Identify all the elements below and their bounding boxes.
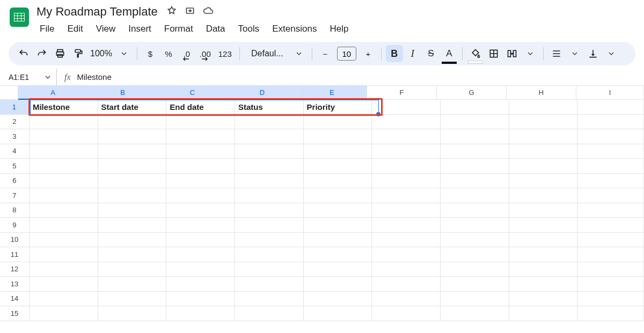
cell-A4[interactable] [30,144,98,159]
cell-D12[interactable] [235,262,304,277]
menu-insert[interactable]: Insert [123,21,157,36]
col-header-C[interactable]: C [158,86,228,100]
cell-G14[interactable] [441,292,509,307]
cell-F15[interactable] [372,306,441,321]
cell-H1[interactable] [509,100,578,115]
row-header-14[interactable]: 14 [0,292,30,307]
cell-B8[interactable] [98,203,167,218]
cell-A2[interactable] [30,115,98,130]
row-header-4[interactable]: 4 [0,144,30,159]
cell-B14[interactable] [98,292,167,307]
cell-A5[interactable] [30,159,98,174]
cell-E6[interactable] [304,174,372,189]
cell-D3[interactable] [235,129,304,144]
zoom-dropdown-icon[interactable] [115,45,133,62]
cell-G13[interactable] [441,277,509,292]
col-header-G[interactable]: G [437,86,507,99]
cell-A12[interactable] [30,262,98,277]
cell-D11[interactable] [235,247,304,262]
cell-H13[interactable] [509,277,578,292]
cell-C2[interactable] [166,115,235,130]
cell-C8[interactable] [166,203,235,218]
cell-H15[interactable] [509,306,578,321]
cell-F4[interactable] [372,144,441,159]
print-button[interactable] [52,45,69,62]
cell-D6[interactable] [235,174,304,189]
cell-H3[interactable] [509,129,578,144]
cell-I4[interactable] [577,144,644,159]
text-color-button[interactable]: A [441,45,458,62]
cell-F7[interactable] [372,188,441,203]
cell-A7[interactable] [30,188,98,203]
cell-G1[interactable] [441,100,509,115]
row-header-7[interactable]: 7 [0,188,30,203]
row-header-10[interactable]: 10 [0,233,30,248]
cell-E3[interactable] [304,129,372,144]
row-header-13[interactable]: 13 [0,277,30,292]
cell-G7[interactable] [441,188,509,203]
cell-B13[interactable] [98,277,167,292]
cell-B12[interactable] [98,262,167,277]
cell-I7[interactable] [577,188,644,203]
cell-H6[interactable] [509,174,578,189]
merge-button[interactable] [503,45,521,62]
col-header-B[interactable]: B [88,86,158,100]
cell-F13[interactable] [372,277,441,292]
cell-C9[interactable] [166,218,235,233]
row-header-1[interactable]: 1 [0,100,30,115]
cell-E8[interactable] [304,203,372,218]
cell-D13[interactable] [235,277,304,292]
cell-C6[interactable] [166,174,235,189]
menu-view[interactable]: View [91,21,121,36]
col-header-H[interactable]: H [507,86,576,99]
cell-C10[interactable] [166,233,235,248]
cell-C7[interactable] [166,188,235,203]
cell-B10[interactable] [98,233,167,248]
cell-D10[interactable] [235,233,304,248]
col-header-A[interactable]: A [18,86,88,100]
cell-F9[interactable] [372,218,441,233]
col-header-I[interactable]: I [576,86,644,99]
cell-H7[interactable] [509,188,578,203]
cell-E9[interactable] [304,218,372,233]
cell-E11[interactable] [304,247,372,262]
cell-C14[interactable] [166,292,235,307]
cell-F14[interactable] [372,292,441,307]
cell-G4[interactable] [441,144,509,159]
cell-C1[interactable]: End date [166,100,235,115]
cell-H2[interactable] [509,115,578,130]
col-header-F[interactable]: F [367,86,437,99]
select-all-corner[interactable] [0,86,18,100]
cell-G15[interactable] [441,306,509,321]
cell-F1[interactable] [372,100,441,115]
cell-C13[interactable] [166,277,235,292]
cell-C5[interactable] [166,159,235,174]
cell-H10[interactable] [509,233,578,248]
cell-D7[interactable] [235,188,304,203]
align-dropdown-icon[interactable] [566,45,583,62]
cell-A6[interactable] [30,174,98,189]
spreadsheet-grid[interactable]: A B C D E F G H I 1MilestoneStart dateEn… [0,86,644,321]
cell-C15[interactable] [166,306,235,321]
app-logo[interactable] [9,6,30,28]
decrease-font-button[interactable]: − [317,45,334,62]
cell-E15[interactable] [304,306,372,321]
cell-D1[interactable]: Status [235,100,304,115]
cell-G6[interactable] [441,174,509,189]
percent-button[interactable]: % [160,45,177,62]
cell-H12[interactable] [509,262,578,277]
cloud-status-icon[interactable] [203,5,214,18]
star-icon[interactable] [166,5,177,18]
increase-decimal-button[interactable]: .00 [196,45,214,62]
cell-I5[interactable] [577,159,644,174]
document-title[interactable]: My Roadmap Template [34,4,160,20]
cell-G8[interactable] [441,203,509,218]
name-box[interactable]: A1:E1 [9,69,57,85]
cell-I1[interactable] [577,100,644,115]
col-header-D[interactable]: D [228,86,297,100]
zoom-select[interactable]: 100% [88,45,114,62]
cell-E14[interactable] [304,292,372,307]
cell-G10[interactable] [441,233,509,248]
cell-B3[interactable] [98,129,167,144]
decrease-decimal-button[interactable]: .0 [178,45,195,62]
